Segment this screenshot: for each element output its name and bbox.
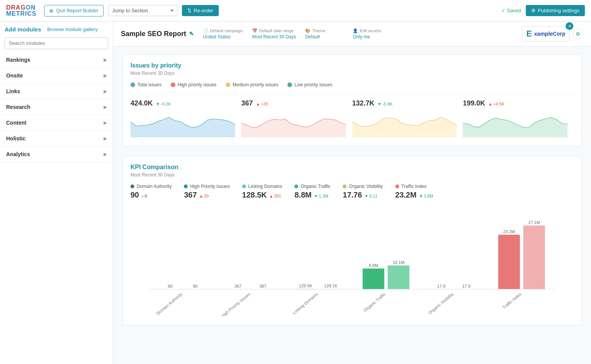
up-arrow-icon: ▲ (488, 102, 492, 106)
issue-value-row: 199.0K ▲ +4.5K (463, 99, 568, 107)
chevron-right-icon: ▶ (104, 136, 107, 141)
bar-axis-label: High Priority Issues (220, 292, 251, 316)
sidebar-item-label: Onsite (6, 72, 23, 79)
kpi-metric-item: Domain Authority 90 ○ 0 (130, 184, 172, 199)
quit-report-builder-button[interactable]: ⊕ Quit Report Builder (44, 5, 104, 16)
issue-legend-item: Low priority issues (287, 82, 332, 87)
sidebar-item-holistic[interactable]: Holistic▶ (0, 131, 113, 147)
kpi-value: 367 (184, 191, 196, 199)
gear-icon: ⚙ (531, 8, 536, 13)
bar-label-previous: 27.1M (528, 220, 540, 225)
kpi-change-icon: ▼ (419, 194, 423, 198)
kpi-change: ▼ 3.8M (419, 194, 433, 198)
close-logo-button[interactable]: ✕ (566, 22, 573, 30)
main-layout: Add modules Browse module gallery Rankin… (0, 21, 591, 364)
report-header-right: E xampleCorp ✕ ⚙ (522, 26, 583, 41)
publish-label: Publishing settings (538, 8, 579, 13)
issues-title: Issues by priority (130, 62, 574, 69)
chevron-right-icon: ▶ (104, 120, 107, 125)
publishing-settings-button[interactable]: ⚙ Publishing settings (526, 5, 585, 16)
sidebar-item-links[interactable]: Links▶ (0, 84, 113, 99)
date-meta: 📅 Default date range Most Recent 30 Days (252, 28, 296, 40)
example-corp-logo: E xampleCorp (522, 26, 570, 41)
sidebar-item-research[interactable]: Research▶ (0, 99, 113, 115)
sidebar-item-label: Research (6, 104, 30, 110)
logo-e-letter: E (526, 29, 532, 39)
kpi-legend-label: Linking Domains (248, 184, 282, 189)
person-icon: 👤 (353, 28, 358, 33)
jump-to-section-select[interactable]: Jump to Section (108, 5, 177, 16)
search-modules-input[interactable] (5, 37, 108, 49)
issue-change: ▼ -5.9K (378, 102, 393, 106)
kpi-legend-label: Domain Authority (137, 184, 172, 189)
kpi-value-row: 367 ▲ 20 (184, 191, 229, 199)
bar-current (363, 268, 385, 289)
issue-legend-item: Total issues (130, 82, 162, 87)
kpi-value: 90 (130, 191, 139, 199)
bar-axis-label: Organic Traffic (363, 292, 387, 313)
search-box (5, 37, 108, 49)
issue-value: 199.0K (463, 99, 485, 107)
chevron-right-icon: ▶ (104, 89, 107, 94)
kpi-value-row: 90 ○ 0 (130, 191, 172, 199)
issue-value-row: 367 ▲ +20 (241, 99, 346, 107)
sparkline-chart (130, 110, 235, 137)
campaign-label: 📄 Default campaign (203, 28, 243, 33)
kpi-legend-item: Domain Authority (130, 184, 172, 189)
kpi-change-icon: ▲ (199, 194, 203, 198)
sidebar-item-onsite[interactable]: Onsite▶ (0, 68, 113, 84)
sidebar-item-content[interactable]: Content▶ (0, 115, 113, 131)
browse-module-gallery-link[interactable]: Browse module gallery (47, 26, 98, 33)
sidebar-item-rankings[interactable]: Rankings▶ (0, 52, 113, 68)
issue-value: 132.7K (352, 99, 375, 107)
legend-dot (287, 82, 292, 87)
kpi-change: ▲ 20 (199, 194, 209, 198)
add-modules-label[interactable]: Add modules (5, 26, 41, 33)
kpi-legend-label: Traffic Index (401, 184, 426, 189)
date-value[interactable]: Most Recent 30 Days (252, 34, 296, 40)
issue-value-row: 132.7K ▼ -5.9K (352, 99, 457, 107)
bar-chart-container: 9090Domain Authority367387High Priority … (130, 207, 574, 317)
bar-label-previous: 128.1K (324, 283, 338, 288)
kpi-value-row: 17.76 ▼ 0.11 (343, 191, 383, 199)
issue-change: ▲ +4.5K (488, 102, 504, 106)
logo: DRAGON METRICS (6, 5, 36, 17)
access-value[interactable]: Only me (353, 34, 391, 40)
issue-card: 367 ▲ +20 (241, 99, 352, 138)
sidebar-item-analytics[interactable]: Analytics▶ (0, 147, 113, 162)
kpi-subtitle: Most Recent 30 Days (130, 172, 574, 178)
chevron-right-icon: ▶ (104, 152, 107, 157)
edit-title-icon[interactable]: ✎ (189, 31, 194, 37)
bar-previous (388, 265, 409, 289)
kpi-metrics-row: Domain Authority 90 ○ 0 High Priority Is… (130, 184, 574, 199)
bar-label-previous: 17.9 (462, 284, 470, 288)
theme-label: 🎨 Theme (305, 28, 343, 33)
up-arrow-icon: ▲ (256, 102, 260, 106)
sparkline-chart (352, 110, 457, 137)
sidebar-item-label: Holistic (6, 135, 26, 142)
issues-legend-row: Total issuesHigh priority issuesMedium p… (130, 82, 574, 90)
kpi-section: KPI Comparison Most Recent 30 Days Domai… (122, 156, 582, 325)
kpi-metric-item: Organic Traffic 8.8M ▼ 1.3M (294, 184, 330, 199)
example-corp-logo-box: E xampleCorp ✕ (522, 26, 570, 41)
theme-value[interactable]: Default (305, 34, 343, 40)
campaign-value[interactable]: United States (203, 34, 243, 40)
kpi-legend-item: Organic Visibility (343, 184, 383, 189)
issue-value: 424.0K (130, 99, 153, 107)
kpi-legend-label: Organic Traffic (300, 184, 330, 189)
kpi-legend-label: Organic Visibility (349, 184, 383, 189)
report-body: Issues by priority Most Recent 30 Days T… (113, 46, 591, 342)
theme-meta: 🎨 Theme Default (305, 28, 343, 40)
logo-metrics: METRICS (6, 11, 36, 17)
kpi-change-icon: ▼ (314, 194, 318, 198)
campaign-icon: 📄 (203, 28, 208, 33)
kpi-legend-item: High Priority Issues (184, 184, 229, 189)
bar-label-current: 128.5K (299, 283, 313, 288)
reorder-button[interactable]: ⇅ Re-order (182, 5, 219, 16)
issue-value-row: 424.0K ▼ -9.2K (130, 99, 235, 107)
kpi-legend-dot (395, 184, 399, 188)
issues-subtitle: Most Recent 30 Days (130, 71, 574, 76)
kpi-legend-label: High Priority Issues (190, 184, 229, 189)
kpi-legend-dot (242, 184, 246, 188)
report-settings-button[interactable]: ⚙ (573, 28, 583, 39)
